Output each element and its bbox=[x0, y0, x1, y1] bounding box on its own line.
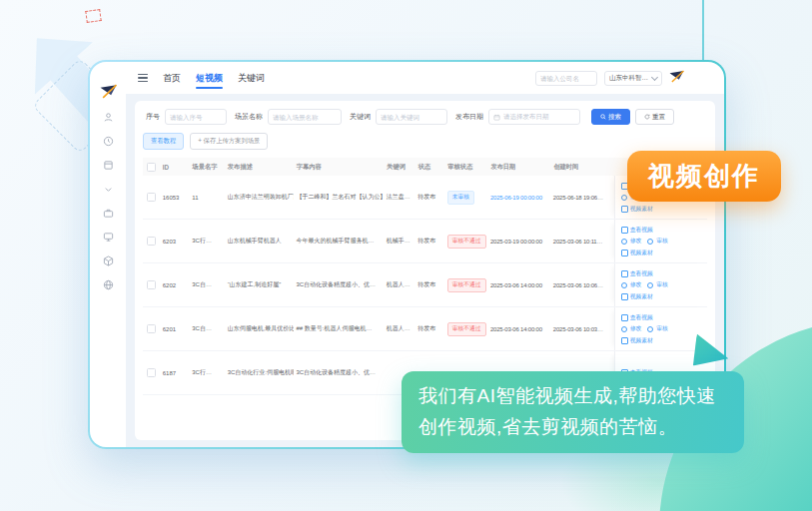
cube-icon[interactable] bbox=[103, 256, 114, 266]
cell-scene: 3C自… bbox=[190, 324, 225, 333]
cell-publish-date[interactable]: 2025-06-19 00:00:00 bbox=[488, 195, 551, 201]
cell-subtitle: 3C自动化设备精度超小、优… bbox=[294, 368, 384, 377]
review-status-badge: 审核不通过 bbox=[447, 235, 486, 249]
material-icon bbox=[621, 293, 628, 300]
feature-badge: 视频创作 bbox=[627, 151, 781, 202]
chevron-down-icon[interactable] bbox=[103, 184, 114, 195]
row-actions: 查看视频 修改审核 视频素材 bbox=[614, 307, 707, 350]
review-link[interactable]: 审核 bbox=[656, 280, 668, 289]
chevron-down-icon bbox=[651, 73, 658, 80]
view-tutorial-button[interactable]: 查看教程 bbox=[143, 133, 184, 150]
cell-status: 待发布 bbox=[415, 280, 445, 289]
reset-button[interactable]: 重置 bbox=[635, 109, 674, 125]
cell-id: 6201 bbox=[161, 326, 191, 332]
select-all-checkbox[interactable] bbox=[147, 163, 156, 172]
table-row: 6201 3C自… 山东伺服电机,最具优价比性 ## 数量号:机器人伺服电机… … bbox=[143, 307, 707, 351]
cell-scene: 3C自… bbox=[190, 280, 225, 289]
material-link[interactable]: 视频素材 bbox=[630, 205, 653, 214]
cell-publish-date: 2025-03-06 14:00:00 bbox=[488, 326, 551, 332]
search-icon bbox=[600, 114, 606, 120]
publish-date-picker[interactable]: 请选择发布日期 bbox=[488, 109, 580, 125]
globe-icon[interactable] bbox=[103, 279, 114, 290]
monitor-icon[interactable] bbox=[103, 232, 114, 243]
header-scene: 场景名字 bbox=[190, 163, 225, 172]
header-keyword: 关键词 bbox=[385, 163, 416, 172]
cell-created-time: 2025-03-06 10:06… bbox=[551, 282, 614, 288]
user-icon[interactable] bbox=[103, 112, 114, 123]
table-row: 6202 3C自… “山东建工,制造好屋” 3C自动化设备精度超小、优… 机器人… bbox=[143, 263, 707, 307]
cell-created-time: 2025-06-18 19:06… bbox=[551, 195, 614, 201]
edit-link[interactable]: 修改 bbox=[630, 280, 642, 289]
company-search-input[interactable] bbox=[535, 71, 597, 86]
box-icon[interactable] bbox=[103, 160, 114, 171]
cell-desc: “山东建工,制造好屋” bbox=[226, 280, 295, 289]
company-select[interactable]: 山东中科智… bbox=[604, 71, 662, 86]
view-video-link[interactable]: 查看视频 bbox=[630, 226, 653, 235]
edit-link[interactable]: 修改 bbox=[630, 324, 642, 333]
briefcase-icon[interactable] bbox=[103, 208, 114, 219]
menu-toggle-icon[interactable] bbox=[138, 74, 148, 83]
cell-subtitle: 今年最火的机械手臂服务机… bbox=[294, 237, 384, 246]
material-icon bbox=[621, 337, 628, 344]
row-checkbox[interactable] bbox=[147, 280, 156, 289]
view-video-link[interactable]: 查看视频 bbox=[630, 269, 653, 278]
cell-desc: 山东伺服电机,最具优价比性 bbox=[226, 324, 295, 333]
tab-short-video[interactable]: 短视频 bbox=[196, 68, 223, 89]
header-desc: 发布描述 bbox=[226, 163, 295, 172]
cell-status: 待发布 bbox=[415, 324, 445, 333]
video-icon bbox=[621, 270, 628, 277]
sidebar bbox=[90, 62, 126, 447]
review-link[interactable]: 审核 bbox=[656, 324, 668, 333]
header-review: 审核状态 bbox=[445, 163, 488, 172]
cell-keyword: 法兰盘… bbox=[385, 193, 415, 202]
material-link[interactable]: 视频素材 bbox=[630, 249, 653, 257]
table-row: 16053 11 山东济中法兰明装卸机厂家… 【于二峰和】兰名石对【认为公】即…… bbox=[143, 176, 707, 220]
view-video-link[interactable]: 查看视频 bbox=[630, 313, 653, 322]
video-icon bbox=[621, 227, 628, 234]
row-checkbox[interactable] bbox=[147, 324, 156, 333]
header-id: ID bbox=[161, 164, 191, 171]
keyword-input[interactable] bbox=[376, 109, 447, 125]
cell-keyword: 机械手… bbox=[385, 237, 415, 246]
cell-desc: 3C自动化行业:伺服电机吧。 bbox=[226, 368, 295, 377]
material-icon bbox=[621, 250, 628, 256]
review-icon bbox=[647, 326, 653, 332]
row-actions: 查看视频 修改审核 视频素材 bbox=[614, 263, 707, 306]
header-publish: 发布日期 bbox=[489, 163, 552, 172]
material-link[interactable]: 视频素材 bbox=[630, 292, 653, 301]
brand-logo-small bbox=[669, 69, 684, 87]
filter-label-serial: 序号 bbox=[146, 112, 160, 122]
serial-input[interactable] bbox=[165, 109, 227, 125]
cell-publish-date: 2025-03-06 14:00:00 bbox=[488, 282, 551, 288]
cell-desc: 山东机械手臂机器人 bbox=[226, 237, 295, 246]
tab-keywords[interactable]: 关键词 bbox=[238, 68, 265, 89]
tab-home[interactable]: 首页 bbox=[163, 68, 181, 89]
filter-label-keyword: 关键词 bbox=[350, 112, 371, 122]
header-subtitle: 字幕内容 bbox=[295, 163, 386, 172]
cell-subtitle: ## 数量号:机器人伺服电机… bbox=[294, 324, 384, 333]
cell-id: 6187 bbox=[161, 370, 191, 376]
cell-desc: 山东济中法兰明装卸机厂家… bbox=[226, 193, 295, 202]
brand-logo bbox=[100, 84, 117, 99]
row-checkbox[interactable] bbox=[147, 237, 156, 246]
cell-subtitle: 3C自动化设备精度超小、优… bbox=[294, 280, 384, 289]
filter-label-publish-date: 发布日期 bbox=[455, 112, 483, 122]
cell-status: 待发布 bbox=[415, 237, 445, 246]
edit-link[interactable]: 修改 bbox=[630, 237, 642, 246]
save-plan-button[interactable]: + 保存上传方案到场景 bbox=[190, 133, 268, 150]
promo-tooltip: 我们有AI智能视频生成,帮助您快速创作视频,省去剪视频的苦恼。 bbox=[402, 371, 744, 453]
video-icon bbox=[621, 314, 628, 321]
cell-scene: 3C行… bbox=[190, 237, 225, 246]
material-icon bbox=[621, 206, 628, 213]
scene-name-input[interactable] bbox=[268, 109, 342, 125]
review-link[interactable]: 审核 bbox=[656, 237, 668, 246]
edit-icon bbox=[621, 282, 627, 288]
row-actions: 查看视频 修改审核 视频素材 bbox=[614, 220, 707, 262]
material-link[interactable]: 视频素材 bbox=[630, 336, 653, 345]
review-status-badge: 未审核 bbox=[447, 191, 474, 205]
clock-icon[interactable] bbox=[103, 136, 114, 147]
review-icon bbox=[647, 282, 653, 288]
row-checkbox[interactable] bbox=[147, 368, 156, 377]
search-button[interactable]: 搜索 bbox=[591, 109, 630, 125]
row-checkbox[interactable] bbox=[147, 193, 156, 202]
